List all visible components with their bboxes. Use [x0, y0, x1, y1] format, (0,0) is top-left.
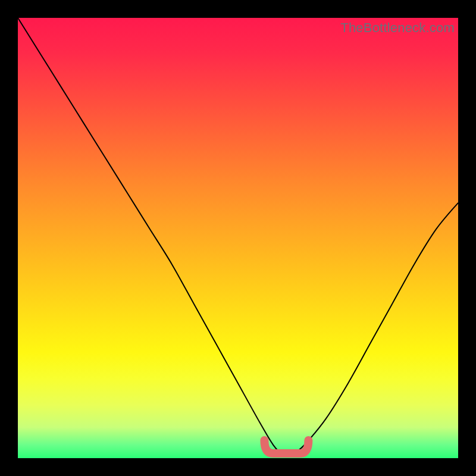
chart-frame: TheBottleneck.com	[0, 0, 476, 476]
plot-area: TheBottleneck.com	[18, 18, 458, 458]
bottleneck-curve	[18, 18, 458, 455]
chart-overlay-svg	[18, 18, 458, 458]
